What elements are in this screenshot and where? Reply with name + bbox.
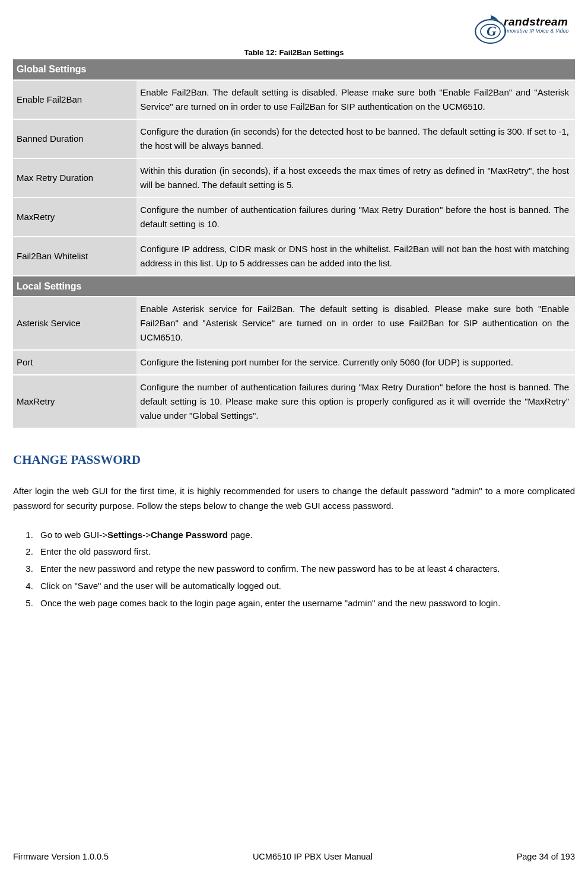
footer-title: UCM6510 IP PBX User Manual: [253, 852, 373, 861]
table-row: Fail2Ban Whitelist Configure IP address,…: [13, 237, 575, 275]
setting-desc: Enable Asterisk service for Fail2Ban. Th…: [136, 297, 575, 349]
step-bold: Settings: [107, 530, 142, 540]
table-row: Banned Duration Configure the duration (…: [13, 120, 575, 158]
setting-label: Asterisk Service: [13, 297, 136, 349]
step-item: Enter the new password and retype the ne…: [36, 562, 575, 577]
section-header-local: Local Settings: [13, 276, 575, 297]
table-row: Enable Fail2Ban Enable Fail2Ban. The def…: [13, 81, 575, 119]
setting-desc: Enable Fail2Ban. The default setting is …: [136, 81, 575, 119]
step-text: page.: [228, 530, 253, 540]
section-header-label: Global Settings: [13, 59, 575, 79]
brand-logo: G randstream Innovative IP Voice & Video: [474, 12, 575, 44]
logo-brand-text: randstream: [504, 15, 569, 28]
table-row: MaxRetry Configure the number of authent…: [13, 375, 575, 428]
logo-area: G randstream Innovative IP Voice & Video: [13, 12, 575, 44]
step-text: ->: [142, 530, 151, 540]
setting-label: Port: [13, 351, 136, 374]
setting-label: MaxRetry: [13, 198, 136, 236]
footer-firmware: Firmware Version 1.0.0.5: [13, 852, 109, 861]
setting-desc: Within this duration (in seconds), if a …: [136, 159, 575, 197]
footer-page: Page 34 of 193: [517, 852, 575, 861]
step-item: Click on "Save" and the user will be aut…: [36, 579, 575, 594]
table-row: Max Retry Duration Within this duration …: [13, 159, 575, 197]
step-text: Go to web GUI->: [40, 530, 107, 540]
setting-desc: Configure the duration (in seconds) for …: [136, 120, 575, 158]
logo-g-icon: G: [474, 12, 507, 44]
steps-list: Go to web GUI->Settings->Change Password…: [13, 528, 575, 611]
page-footer: Firmware Version 1.0.0.5 UCM6510 IP PBX …: [13, 852, 575, 861]
change-password-heading: CHANGE PASSWORD: [13, 453, 575, 467]
table-row: MaxRetry Configure the number of authent…: [13, 198, 575, 236]
setting-label: MaxRetry: [13, 375, 136, 428]
table-row: Asterisk Service Enable Asterisk service…: [13, 297, 575, 349]
setting-desc: Configure the listening port number for …: [136, 351, 575, 374]
setting-desc: Configure the number of authentication f…: [136, 375, 575, 428]
setting-desc: Configure the number of authentication f…: [136, 198, 575, 236]
setting-label: Enable Fail2Ban: [13, 81, 136, 119]
table-row: Port Configure the listening port number…: [13, 351, 575, 374]
setting-label: Fail2Ban Whitelist: [13, 237, 136, 275]
step-item: Enter the old password first.: [36, 545, 575, 559]
table-caption: Table 12: Fail2Ban Settings: [13, 48, 575, 57]
section-header-global: Global Settings: [13, 59, 575, 79]
setting-label: Banned Duration: [13, 120, 136, 158]
setting-label: Max Retry Duration: [13, 159, 136, 197]
section-header-label: Local Settings: [13, 276, 575, 297]
intro-paragraph: After login the web GUI for the first ti…: [13, 484, 575, 514]
step-bold: Change Password: [151, 530, 228, 540]
setting-desc: Configure IP address, CIDR mask or DNS h…: [136, 237, 575, 275]
svg-text:G: G: [487, 23, 497, 39]
fail2ban-settings-table: Global Settings Enable Fail2Ban Enable F…: [13, 58, 575, 429]
step-item: Once the web page comes back to the logi…: [36, 596, 575, 611]
step-item: Go to web GUI->Settings->Change Password…: [36, 528, 575, 543]
logo-tagline: Innovative IP Voice & Video: [504, 28, 569, 34]
